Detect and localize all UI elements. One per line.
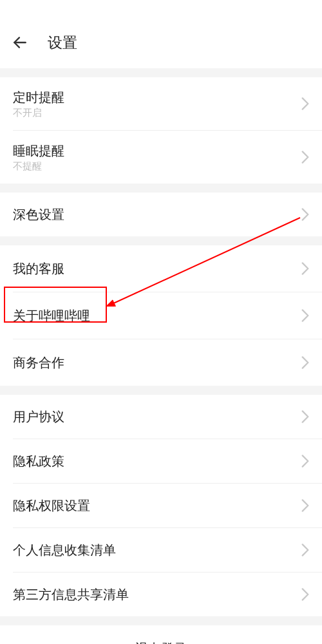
row-user-agreement[interactable]: 用户协议 — [0, 395, 322, 439]
chevron-right-icon — [301, 410, 309, 423]
settings-group: 我的客服 关于哔哩哔哩 商务合作 — [0, 245, 322, 386]
header: 设置 — [0, 0, 322, 68]
row-title: 定时提醒 — [13, 89, 301, 106]
row-sleep-reminder[interactable]: 睡眠提醒 不提醒 — [0, 131, 322, 184]
chevron-right-icon — [301, 499, 309, 512]
row-title: 我的客服 — [13, 260, 301, 277]
row-title: 用户协议 — [13, 408, 301, 425]
chevron-right-icon — [301, 588, 309, 601]
row-subtitle: 不提醒 — [13, 160, 301, 173]
logout-label: 退出登录 — [135, 640, 187, 645]
row-privacy-permission[interactable]: 隐私权限设置 — [0, 484, 322, 527]
settings-group: 定时提醒 不开启 睡眠提醒 不提醒 — [0, 77, 322, 184]
row-about-bilibili[interactable]: 关于哔哩哔哩 — [0, 292, 322, 339]
chevron-right-icon — [301, 262, 309, 275]
chevron-right-icon — [301, 356, 309, 369]
row-title: 商务合作 — [13, 354, 301, 371]
row-support[interactable]: 我的客服 — [0, 245, 322, 292]
row-title: 隐私政策 — [13, 453, 301, 469]
chevron-right-icon — [301, 208, 309, 221]
row-dark-mode[interactable]: 深色设置 — [0, 193, 322, 236]
row-third-party-share[interactable]: 第三方信息共享清单 — [0, 573, 322, 616]
row-title: 隐私权限设置 — [13, 497, 301, 514]
row-title: 第三方信息共享清单 — [13, 586, 301, 603]
row-subtitle: 不开启 — [13, 107, 301, 119]
row-timer-reminder[interactable]: 定时提醒 不开启 — [0, 77, 322, 130]
chevron-right-icon — [301, 97, 309, 110]
row-title: 深色设置 — [13, 206, 301, 223]
settings-group: 深色设置 — [0, 193, 322, 236]
row-personal-info-list[interactable]: 个人信息收集清单 — [0, 528, 322, 572]
logout-button[interactable]: 退出登录 — [0, 625, 322, 644]
chevron-right-icon — [301, 151, 309, 164]
chevron-right-icon — [301, 544, 309, 556]
row-title: 关于哔哩哔哩 — [13, 307, 301, 324]
chevron-right-icon — [301, 309, 309, 322]
chevron-right-icon — [301, 455, 309, 468]
back-button[interactable] — [12, 30, 37, 55]
row-title: 睡眠提醒 — [13, 142, 301, 159]
row-title: 个人信息收集清单 — [13, 542, 301, 558]
row-privacy-policy[interactable]: 隐私政策 — [0, 439, 322, 483]
settings-group: 用户协议 隐私政策 隐私权限设置 个人信息收集清单 第三方信息共享清单 — [0, 395, 322, 616]
row-business-coop[interactable]: 商务合作 — [0, 339, 322, 386]
page-title: 设置 — [48, 33, 77, 53]
arrow-left-icon — [12, 34, 28, 51]
